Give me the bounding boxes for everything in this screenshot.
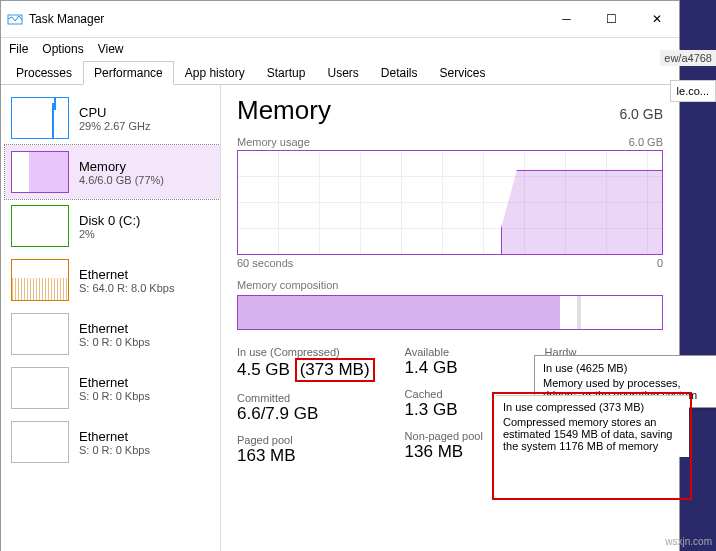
sidebar-label: Ethernet <box>79 267 174 282</box>
ethernet-thumb-icon <box>11 421 69 463</box>
tab-startup[interactable]: Startup <box>256 61 317 85</box>
sidebar-label: Ethernet <box>79 429 150 444</box>
bg-url: ew/a4768 <box>660 50 716 66</box>
window-title: Task Manager <box>29 12 544 26</box>
memory-usage-chart[interactable] <box>237 150 663 255</box>
sidebar-item-disk[interactable]: Disk 0 (C:) 2% <box>5 199 220 253</box>
maximize-button[interactable]: ☐ <box>589 5 634 33</box>
available-value: 1.4 GB <box>405 358 515 378</box>
sidebar-label: Memory <box>79 159 164 174</box>
inuse-label: In use (Compressed) <box>237 346 375 358</box>
composition-label: Memory composition <box>237 279 338 291</box>
sidebar-item-ethernet-2[interactable]: Ethernet S: 0 R: 0 Kbps <box>5 307 220 361</box>
tab-users[interactable]: Users <box>316 61 369 85</box>
memory-thumb-icon <box>11 151 69 193</box>
available-label: Available <box>405 346 515 358</box>
minimize-button[interactable]: ─ <box>544 5 589 33</box>
page-title: Memory <box>237 95 331 126</box>
sidebar-item-ethernet-1[interactable]: Ethernet S: 64.0 R: 8.0 Kbps <box>5 253 220 307</box>
axis-right: 0 <box>657 257 663 269</box>
sidebar-item-cpu[interactable]: CPU 29% 2.67 GHz <box>5 91 220 145</box>
tooltip-title: In use (4625 MB) <box>543 362 715 374</box>
sidebar-item-memory[interactable]: Memory 4.6/6.0 GB (77%) <box>5 145 220 199</box>
memory-composition-bar[interactable] <box>237 295 663 330</box>
sidebar-item-ethernet-3[interactable]: Ethernet S: 0 R: 0 Kbps <box>5 361 220 415</box>
bg-tab[interactable]: le.co... <box>670 80 716 102</box>
tab-services[interactable]: Services <box>429 61 497 85</box>
menu-view[interactable]: View <box>98 40 124 58</box>
memory-usage-fill <box>501 170 662 254</box>
sidebar: CPU 29% 2.67 GHz Memory 4.6/6.0 GB (77%)… <box>1 85 221 551</box>
sidebar-sub: 2% <box>79 228 140 240</box>
cpu-thumb-icon <box>11 97 69 139</box>
menu-file[interactable]: File <box>9 40 28 58</box>
usage-chart-max: 6.0 GB <box>629 136 663 148</box>
tab-processes[interactable]: Processes <box>5 61 83 85</box>
watermark: wsxjn.com <box>665 536 712 547</box>
axis-left: 60 seconds <box>237 257 293 269</box>
tab-performance[interactable]: Performance <box>83 61 174 85</box>
tab-details[interactable]: Details <box>370 61 429 85</box>
tab-app-history[interactable]: App history <box>174 61 256 85</box>
annotation-box <box>492 392 692 500</box>
sidebar-label: CPU <box>79 105 151 120</box>
menu-options[interactable]: Options <box>42 40 83 58</box>
ethernet-thumb-icon <box>11 259 69 301</box>
sidebar-label: Ethernet <box>79 321 150 336</box>
sidebar-sub: S: 0 R: 0 Kbps <box>79 390 150 402</box>
disk-thumb-icon <box>11 205 69 247</box>
inuse-value: 4.5 GB (373 MB) <box>237 358 375 382</box>
close-button[interactable]: ✕ <box>634 5 679 33</box>
sidebar-label: Ethernet <box>79 375 150 390</box>
sidebar-sub: S: 64.0 R: 8.0 Kbps <box>79 282 174 294</box>
svg-rect-0 <box>8 15 22 24</box>
menubar: File Options View <box>1 38 679 60</box>
sidebar-sub: 4.6/6.0 GB (77%) <box>79 174 164 186</box>
titlebar[interactable]: Task Manager ─ ☐ ✕ <box>1 1 679 38</box>
memory-capacity: 6.0 GB <box>619 106 663 122</box>
committed-label: Committed <box>237 392 375 404</box>
ethernet-thumb-icon <box>11 313 69 355</box>
sidebar-sub: S: 0 R: 0 Kbps <box>79 336 150 348</box>
compressed-highlight: (373 MB) <box>295 358 375 382</box>
tabs: Processes Performance App history Startu… <box>1 60 679 85</box>
usage-chart-label: Memory usage <box>237 136 310 148</box>
sidebar-sub: 29% 2.67 GHz <box>79 120 151 132</box>
paged-label: Paged pool <box>237 434 375 446</box>
paged-value: 163 MB <box>237 446 375 466</box>
sidebar-item-ethernet-4[interactable]: Ethernet S: 0 R: 0 Kbps <box>5 415 220 469</box>
ethernet-thumb-icon <box>11 367 69 409</box>
committed-value: 6.6/7.9 GB <box>237 404 375 424</box>
app-icon <box>7 11 23 27</box>
sidebar-label: Disk 0 (C:) <box>79 213 140 228</box>
sidebar-sub: S: 0 R: 0 Kbps <box>79 444 150 456</box>
